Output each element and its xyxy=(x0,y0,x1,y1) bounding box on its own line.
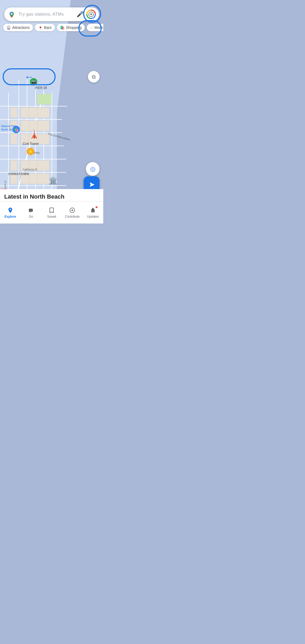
coit-tower-pin: 🗼 xyxy=(29,130,39,138)
updates-badge xyxy=(95,206,98,208)
contribute-icon xyxy=(69,207,75,213)
go-label: Go xyxy=(29,215,33,218)
chip-shopping[interactable]: 🛍️ Shopping xyxy=(57,24,85,31)
explore-icon xyxy=(7,207,14,213)
updates-icon xyxy=(90,207,96,213)
account-button[interactable] xyxy=(86,10,96,19)
latest-section: Latest in North Beach xyxy=(0,189,103,201)
filter-row: 🎡 Attractions 🍷 Bars 🛍️ Shopping ··· Mor… xyxy=(0,24,103,31)
svg-point-1 xyxy=(11,13,12,15)
saved-icon xyxy=(48,207,55,213)
bars-icon: 🍷 xyxy=(38,25,43,30)
chip-bars-label: Bars xyxy=(44,25,52,30)
go-icon xyxy=(28,207,34,213)
nav-item-explore[interactable]: Explore xyxy=(2,207,18,218)
contribute-icon-wrap xyxy=(69,207,76,214)
updates-icon-wrap xyxy=(89,207,97,214)
natural-pet-pin[interactable]: 🛍️ xyxy=(12,126,20,133)
location-icon: ◎ xyxy=(90,165,96,173)
chip-attractions-label: Attractions xyxy=(12,25,30,30)
go-icon-wrap xyxy=(27,207,35,214)
nav-item-go[interactable]: Go xyxy=(23,207,39,218)
layers-icon: ⧉ xyxy=(92,74,96,80)
nav-item-contribute[interactable]: Contribute xyxy=(64,207,80,218)
chip-shopping-label: Shopping xyxy=(66,25,82,30)
search-placeholder: Try gas stations, ATMs xyxy=(19,12,74,17)
explore-icon-wrap xyxy=(7,207,14,214)
explore-label: Explore xyxy=(5,215,16,218)
chip-more[interactable]: ··· More xyxy=(87,24,103,31)
directions-icon: ➤ xyxy=(89,180,95,189)
microphone-icon[interactable]: 🎤 xyxy=(77,11,84,18)
ferry-building-pin: 🏛️ xyxy=(48,177,58,184)
location-button[interactable]: ◎ xyxy=(86,162,100,176)
chip-more-label: More xyxy=(95,25,103,30)
contribute-label: Contribute xyxy=(65,215,79,218)
saved-icon-wrap xyxy=(48,207,55,214)
more-dots-icon: ··· xyxy=(90,25,93,30)
search-bar[interactable]: Try gas stations, ATMs 🎤 xyxy=(4,7,99,21)
layers-button[interactable]: ⧉ xyxy=(88,71,100,83)
nav-item-updates[interactable]: Updates xyxy=(85,207,101,218)
broadway-pin: ⭐ xyxy=(27,148,34,155)
saved-label: Saved xyxy=(47,215,56,218)
nav-item-saved[interactable]: Saved xyxy=(44,207,60,218)
chip-bars[interactable]: 🍷 Bars xyxy=(35,24,55,31)
bottom-nav: Explore Go Saved Contribute xyxy=(0,201,103,223)
shopping-icon: 🛍️ xyxy=(60,25,65,30)
pier39-pin: 📷 xyxy=(30,78,37,86)
chip-attractions[interactable]: 🎡 Attractions xyxy=(3,24,33,31)
attractions-icon: 🎡 xyxy=(6,25,11,30)
google-maps-logo xyxy=(7,10,16,19)
latest-title: Latest in North Beach xyxy=(4,193,99,200)
updates-label: Updates xyxy=(87,215,99,218)
